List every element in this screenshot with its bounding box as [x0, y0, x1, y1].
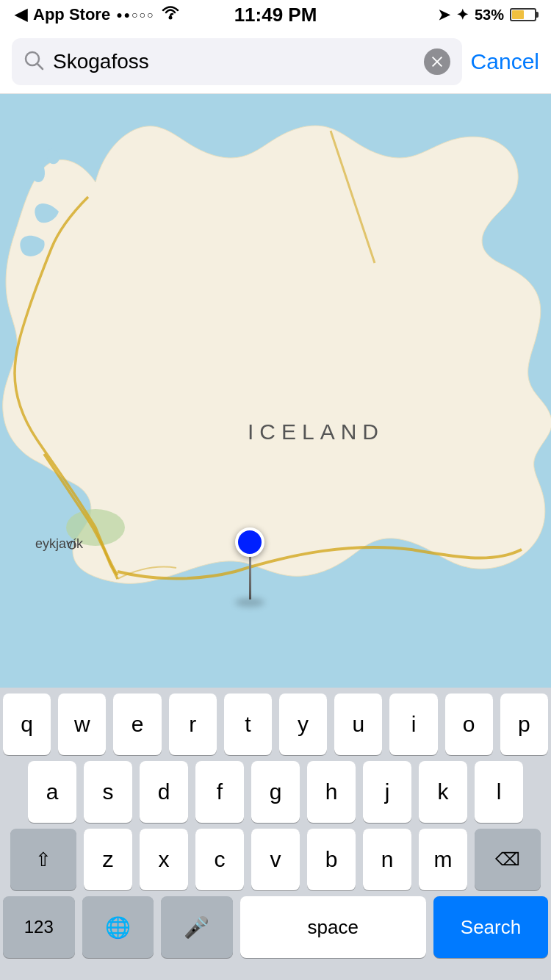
- key-v[interactable]: v: [251, 829, 300, 890]
- key-space[interactable]: space: [240, 896, 427, 958]
- pin-shadow: [235, 598, 264, 607]
- key-p[interactable]: p: [500, 693, 548, 755]
- map-area[interactable]: ICELAND eykjavík: [0, 94, 551, 711]
- key-r[interactable]: r: [169, 693, 217, 755]
- key-c[interactable]: c: [195, 829, 244, 890]
- svg-point-0: [169, 16, 173, 20]
- key-x[interactable]: x: [140, 829, 188, 890]
- key-j[interactable]: j: [363, 761, 411, 823]
- location-icon: ➤: [438, 6, 450, 24]
- signal-dots: ●●○○○: [116, 9, 154, 21]
- back-arrow[interactable]: ◀: [15, 5, 27, 24]
- search-icon: [24, 50, 44, 73]
- key-globe[interactable]: 🌐: [82, 896, 154, 958]
- key-mic[interactable]: 🎤: [161, 896, 233, 958]
- battery-percent: 53%: [475, 7, 504, 24]
- key-g[interactable]: g: [251, 761, 300, 823]
- status-left: ◀ App Store ●●○○○: [15, 5, 181, 24]
- delete-icon: ⌫: [495, 849, 520, 870]
- status-bar: ◀ App Store ●●○○○ 11:49 PM ➤ ✦ 53%: [0, 0, 551, 29]
- battery-icon: [510, 8, 536, 21]
- key-numbers[interactable]: 123: [3, 896, 75, 958]
- key-z[interactable]: z: [84, 829, 132, 890]
- keyboard-row-3: ⇧ z x c v b n m ⌫: [0, 823, 551, 890]
- key-l[interactable]: l: [475, 761, 523, 823]
- key-delete[interactable]: ⌫: [475, 829, 541, 890]
- keyboard-row-4: 123 🌐 🎤 space Search: [0, 890, 551, 980]
- key-shift[interactable]: ⇧: [10, 829, 76, 890]
- map-pin: [235, 527, 264, 607]
- key-n[interactable]: n: [363, 829, 411, 890]
- key-t[interactable]: t: [224, 693, 272, 755]
- key-search[interactable]: Search: [433, 896, 548, 958]
- key-y[interactable]: y: [279, 693, 327, 755]
- shift-icon: ⇧: [35, 849, 51, 871]
- pin-circle: [235, 527, 264, 557]
- key-d[interactable]: d: [140, 761, 188, 823]
- wifi-icon: [160, 5, 181, 24]
- search-input-container[interactable]: Skogafoss: [12, 38, 462, 85]
- key-f[interactable]: f: [195, 761, 244, 823]
- cancel-button[interactable]: Cancel: [471, 49, 539, 74]
- keyboard-row-1: q w e r t y u i o p: [0, 688, 551, 755]
- key-s[interactable]: s: [84, 761, 132, 823]
- key-b[interactable]: b: [307, 829, 356, 890]
- key-q[interactable]: q: [3, 693, 51, 755]
- key-a[interactable]: a: [28, 761, 76, 823]
- svg-text:ICELAND: ICELAND: [248, 419, 384, 444]
- status-time: 11:49 PM: [234, 4, 317, 26]
- key-m[interactable]: m: [419, 829, 467, 890]
- key-o[interactable]: o: [445, 693, 493, 755]
- search-input[interactable]: Skogafoss: [53, 50, 415, 73]
- key-k[interactable]: k: [419, 761, 467, 823]
- clear-button[interactable]: [424, 48, 450, 75]
- keyboard-row-2: a s d f g h j k l: [0, 755, 551, 823]
- status-right: ➤ ✦ 53%: [438, 6, 536, 24]
- bluetooth-icon: ✦: [456, 6, 469, 24]
- key-u[interactable]: u: [334, 693, 382, 755]
- carrier-label: App Store: [33, 5, 110, 24]
- svg-text:eykjavík: eykjavík: [35, 536, 84, 551]
- key-w[interactable]: w: [58, 693, 106, 755]
- key-h[interactable]: h: [307, 761, 356, 823]
- key-e[interactable]: e: [113, 693, 161, 755]
- svg-line-2: [37, 64, 43, 69]
- search-bar: Skogafoss Cancel: [0, 29, 551, 94]
- key-i[interactable]: i: [389, 693, 437, 755]
- pin-stem: [249, 555, 251, 599]
- keyboard: q w e r t y u i o p a s d f g h j k l ⇧ …: [0, 688, 551, 980]
